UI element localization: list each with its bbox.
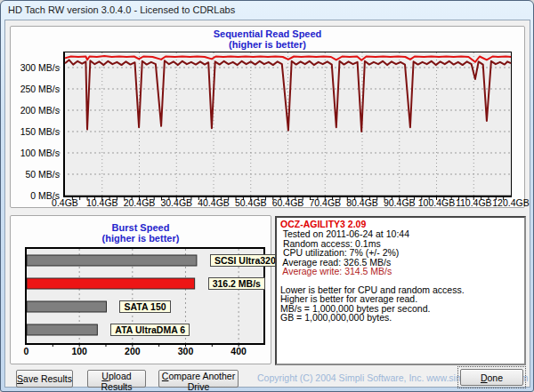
- save-results-button[interactable]: Save Results: [16, 370, 73, 388]
- legend-notes: Lower is better for CPU and random acces…: [280, 285, 521, 323]
- burst-chart-title: Burst Speed: [10, 223, 271, 233]
- window-title: HD Tach RW version 3.0.4.0 - Licensed to…: [8, 4, 235, 15]
- done-button-focus-ring: Done: [457, 366, 526, 388]
- burst-bar: [27, 301, 106, 312]
- burst-bar-label: SCSI Ultra320: [210, 254, 280, 267]
- burst-bar: [27, 324, 97, 335]
- x-tick-label: 60.4GB: [272, 198, 304, 208]
- info-line: Tested on 2011-06-24 at 10:44: [280, 229, 521, 239]
- x-tick-label: 0.4GB: [52, 198, 78, 208]
- burst-bar: [27, 278, 195, 289]
- burst-x-tick-label: 0: [24, 347, 29, 356]
- y-tick-label: 200 MB/s: [1, 106, 60, 116]
- hd-tach-window: HD Tach RW version 3.0.4.0 - Licensed to…: [0, 0, 534, 392]
- x-tick-label: 50.4GB: [235, 198, 267, 208]
- y-tick-label: 100 MB/s: [1, 148, 60, 158]
- sequential-chart-plot: [63, 52, 512, 197]
- y-tick-label: 250 MB/s: [1, 84, 60, 94]
- x-tick-label: 100.4GB: [418, 198, 455, 208]
- titlebar[interactable]: HD Tach RW version 3.0.4.0 - Licensed to…: [1, 1, 533, 20]
- x-tick-label: 40.4GB: [198, 198, 230, 208]
- burst-x-tick-label: 200: [125, 347, 141, 356]
- x-tick-label: 20.4GB: [124, 198, 156, 208]
- x-tick-label: 70.4GB: [309, 198, 341, 208]
- x-tick-label: 90.4GB: [384, 198, 416, 208]
- drive-stats: Tested on 2011-06-24 at 10:44 Random acc…: [280, 229, 521, 276]
- burst-x-tick-label: 300: [178, 347, 194, 356]
- burst-bar-label: 316.2 MB/s: [208, 277, 265, 290]
- done-button[interactable]: Done: [460, 369, 523, 386]
- burst-x-tick-label: 100: [71, 347, 87, 356]
- compare-another-drive-button[interactable]: Compare Another Drive: [158, 370, 239, 388]
- info-line: CPU utilization: 7% (+/- 2%): [280, 248, 521, 258]
- upload-results-button[interactable]: Upload Results: [87, 370, 146, 388]
- sequential-chart-title: Sequential Read Speed: [10, 29, 525, 39]
- sequential-chart-subtitle: (higher is better): [10, 40, 525, 50]
- burst-bar-label: SATA 150: [119, 300, 170, 313]
- x-tick-label: 10.4GB: [86, 198, 118, 208]
- info-note-line: Higher is better for average read.: [280, 294, 521, 304]
- burst-chart-subtitle: (higher is better): [10, 234, 271, 244]
- burst-bar: [27, 255, 197, 266]
- info-line: Average write: 314.5 MB/s: [280, 267, 521, 276]
- info-note-line: GB = 1,000,000,000 bytes.: [280, 313, 521, 323]
- x-tick-label: 80.4GB: [346, 198, 378, 208]
- copyright-text: Copyright (C) 2004 Simpli Software, Inc.…: [257, 372, 458, 383]
- y-tick-label: 300 MB/s: [1, 63, 60, 73]
- burst-x-tick-label: 400: [231, 347, 247, 356]
- x-tick-label: 120.4GB: [492, 198, 529, 208]
- burst-bar-label: ATA UltraDMA 6: [110, 324, 190, 336]
- x-tick-label: 30.4GB: [160, 198, 192, 208]
- y-tick-label: 150 MB/s: [1, 127, 60, 137]
- y-tick-label: 0 MB/s: [1, 191, 60, 201]
- y-tick-label: 50 MB/s: [1, 170, 60, 180]
- x-tick-label: 110.4GB: [456, 198, 492, 208]
- drive-info-panel: OCZ-AGILITY3 2.09 Tested on 2011-06-24 a…: [275, 216, 526, 365]
